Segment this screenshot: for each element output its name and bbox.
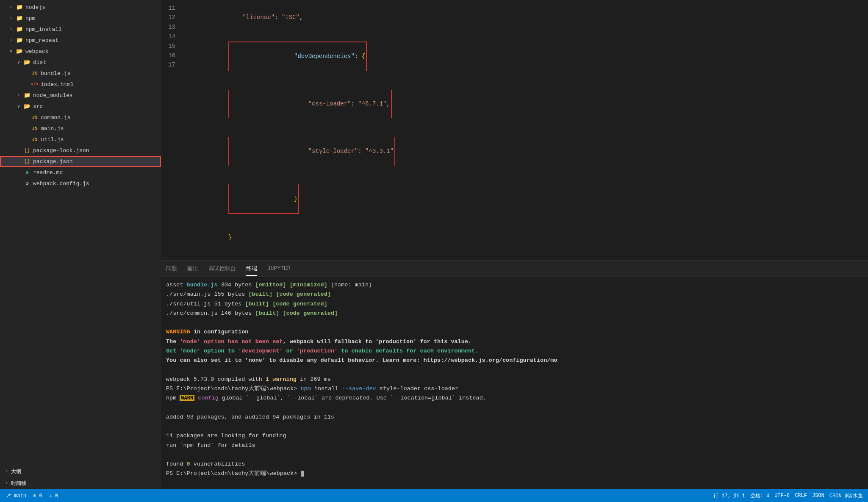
arrow-nodejs: › <box>8 5 14 10</box>
tab-problems[interactable]: 问题 <box>166 262 177 276</box>
line-numbers: 11 12 13 14 15 16 17 <box>161 0 182 261</box>
sidebar-item-npm-install[interactable]: › 📁 npm_install <box>0 24 161 35</box>
sidebar-item-common-js[interactable]: JS common.js <box>0 112 161 123</box>
folder-icon-node-modules: 📁 <box>23 92 31 99</box>
terminal-section: 问题 输出 调试控制台 终端 JUPYTER asset bundle.js 3… <box>161 261 868 489</box>
outline-label: 大纲 <box>11 468 21 475</box>
arrow-npm: › <box>8 16 14 21</box>
terminal-line-fund: run `npm fund` for details <box>166 441 863 450</box>
encoding[interactable]: UTF-8 <box>774 493 790 499</box>
sidebar-item-readme[interactable]: ⊕ readme.md <box>0 167 161 178</box>
js-icon-main: JS <box>31 125 39 132</box>
sidebar-item-index-html[interactable]: </> index.html <box>0 79 161 90</box>
code-line-14: "style-loader": "^3.3.1" <box>182 128 868 175</box>
terminal-line-npmwarn: npm WARN config global `--global`, `--lo… <box>166 394 863 403</box>
code-line-12: "devDependencies": { <box>182 32 868 80</box>
js-icon-util: JS <box>31 136 39 143</box>
sidebar-item-npm[interactable]: › 📁 npm <box>0 13 161 24</box>
code-line-16: } <box>182 223 868 252</box>
terminal-content[interactable]: asset bundle.js 304 bytes [emitted] [min… <box>161 277 868 489</box>
arrow-npm-repeat: › <box>8 38 14 43</box>
sidebar-label-index-html: index.html <box>41 81 74 88</box>
sidebar-label-common-js: common.js <box>41 114 70 121</box>
sidebar-label-npm-install: npm_install <box>25 26 62 33</box>
code-line-13: "css-loader": "^6.7.1", <box>182 80 868 128</box>
sidebar-item-node-modules[interactable]: › 📁 node_modules <box>0 90 161 101</box>
main-container: › 📁 nodejs › 📁 npm › 📁 npm_install › 📁 n… <box>0 0 868 489</box>
sidebar-item-webpack[interactable]: ∨ 📂 webpack <box>0 46 161 57</box>
bottom-bar: ⎇ main ⊗ 0 ⚠ 0 行 17, 列 1 空格: 4 UTF-8 CRL… <box>0 489 868 502</box>
sidebar: › 📁 nodejs › 📁 npm › 📁 npm_install › 📁 n… <box>0 0 161 489</box>
sidebar-label-webpack-config: webpack.config.js <box>33 180 89 187</box>
terminal-line-packages: 11 packages are looking for funding <box>166 431 863 441</box>
spaces[interactable]: 空格: 4 <box>750 492 770 499</box>
sidebar-label-src: src <box>33 103 43 110</box>
editor-area: 11 12 13 14 15 16 17 "license": "ISC", <box>161 0 868 489</box>
timeline-section[interactable]: › 时间线 <box>0 477 161 489</box>
sidebar-item-nodejs[interactable]: › 📁 nodejs <box>0 2 161 13</box>
sidebar-label-main-js: main.js <box>41 125 64 132</box>
sidebar-item-package-json[interactable]: {} package.json <box>0 156 161 167</box>
sidebar-item-util-js[interactable]: JS util.js <box>0 134 161 145</box>
error-count[interactable]: ⊗ 0 <box>33 493 42 499</box>
terminal-tabs: 问题 输出 调试控制台 终端 JUPYTER <box>161 261 868 277</box>
sidebar-item-webpack-config[interactable]: ⚙ webpack.config.js <box>0 178 161 189</box>
sidebar-item-npm-repeat[interactable]: › 📁 npm_repeat <box>0 35 161 46</box>
terminal-line-setmode: Set 'mode' option to 'development' or 'p… <box>166 347 863 356</box>
code-content: 11 12 13 14 15 16 17 "license": "ISC", <box>161 0 868 261</box>
code-line-17 <box>182 252 868 261</box>
folder-icon-nodejs: 📁 <box>15 4 24 11</box>
git-branch[interactable]: ⎇ main <box>5 493 26 499</box>
code-line-11: "license": "ISC", <box>182 3 868 32</box>
code-view: 11 12 13 14 15 16 17 "license": "ISC", <box>161 0 868 261</box>
terminal-line-warning: WARNING in configuration <box>166 327 863 337</box>
terminal-line-compiled: webpack 5.73.0 compiled with 1 warning i… <box>166 375 863 384</box>
terminal-line-added: added 93 packages, and audited 94 packag… <box>166 413 863 422</box>
line-col[interactable]: 行 17, 列 1 <box>713 492 745 499</box>
folder-icon-npm: 📁 <box>15 15 24 22</box>
warning-count[interactable]: ⚠ 0 <box>49 493 58 499</box>
terminal-line-main: ./src/main.js 155 bytes [built] [code ge… <box>166 290 863 299</box>
sidebar-label-npm: npm <box>25 15 35 22</box>
terminal-line-ps2: PS E:\Project\csdn\taohy大前端\webpack> <box>166 469 863 478</box>
json-icon-pkg: {} <box>23 158 31 165</box>
code-lines[interactable]: "license": "ISC", "devDependencies": { "… <box>182 0 868 261</box>
arrow-dist: ∨ <box>15 60 22 65</box>
tab-output[interactable]: 输出 <box>187 262 198 276</box>
sidebar-item-src[interactable]: ∨ 📂 src <box>0 101 161 112</box>
folder-icon-dist: 📂 <box>23 59 31 66</box>
folder-icon-npm-repeat: 📁 <box>15 37 24 44</box>
terminal-line-asset: asset bundle.js 304 bytes [emitted] [min… <box>166 280 863 290</box>
tab-terminal[interactable]: 终端 <box>246 262 257 276</box>
json-icon-pkglock: {} <box>23 147 31 154</box>
sidebar-label-npm-repeat: npm_repeat <box>25 37 58 44</box>
tab-jupyter[interactable]: JUPYTER <box>267 263 291 275</box>
folder-icon-webpack: 📂 <box>15 48 24 55</box>
sidebar-item-package-lock[interactable]: {} package-lock.json <box>0 145 161 156</box>
terminal-line-ps1: PS E:\Project\csdn\taohy大前端\webpack> npm… <box>166 384 863 394</box>
sidebar-item-bundle-js[interactable]: JS bundle.js <box>0 68 161 79</box>
terminal-line-util: ./src/util.js 51 bytes [built] [code gen… <box>166 300 863 309</box>
arrow-src: ∨ <box>15 104 22 109</box>
sidebar-label-nodejs: nodejs <box>25 4 45 11</box>
sidebar-label-package-lock: package-lock.json <box>33 147 89 154</box>
attribution: CSDN @淡水鱼 <box>829 492 863 499</box>
md-icon-readme: ⊕ <box>23 169 31 176</box>
bottom-left: ⎇ main ⊗ 0 ⚠ 0 <box>5 493 58 499</box>
sidebar-label-dist: dist <box>33 59 46 66</box>
sidebar-label-package-json: package.json <box>33 158 73 165</box>
webpack-icon: ⚙ <box>23 180 31 187</box>
html-icon-index: </> <box>31 81 39 88</box>
tab-debug[interactable]: 调试控制台 <box>208 262 236 276</box>
sidebar-label-util-js: util.js <box>41 136 64 143</box>
arrow-npm-install: › <box>8 27 14 32</box>
sidebar-label-webpack: webpack <box>25 48 49 55</box>
line-ending[interactable]: CRLF <box>795 493 807 499</box>
terminal-line-common: ./src/common.js 146 bytes [built] [code … <box>166 309 863 318</box>
folder-icon-npm-install: 📁 <box>15 26 24 33</box>
language-mode[interactable]: JSON <box>812 493 824 499</box>
sidebar-item-dist[interactable]: ∨ 📂 dist <box>0 57 161 68</box>
outline-section[interactable]: › 大纲 <box>0 466 161 477</box>
sidebar-item-main-js[interactable]: JS main.js <box>0 123 161 134</box>
sidebar-label-bundle-js: bundle.js <box>41 70 70 77</box>
